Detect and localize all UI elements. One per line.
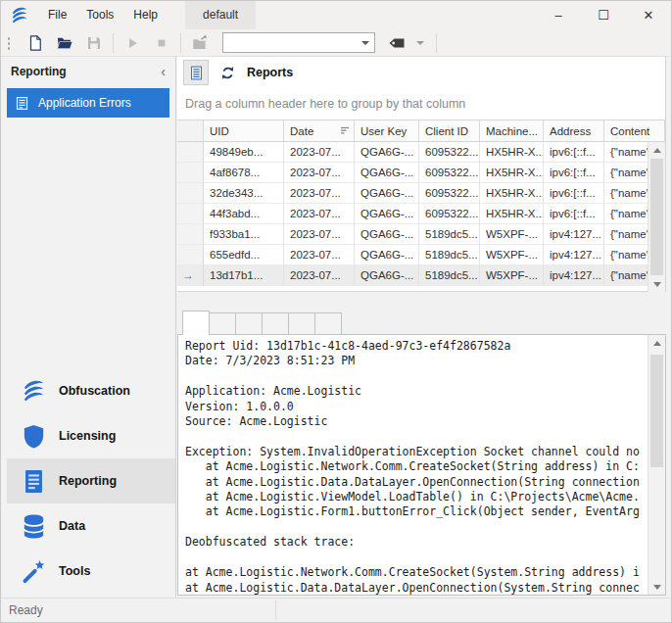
table-row[interactable]: → 49849eb... 2023-07... QGA6G-... 609532…	[177, 142, 665, 163]
row-indicator: →	[177, 265, 204, 286]
close-button[interactable]: ✕	[626, 1, 671, 29]
refresh-button[interactable]	[215, 60, 240, 85]
row-indicator: →	[177, 183, 204, 204]
refresh-icon	[219, 65, 236, 81]
chevron-down-icon	[361, 41, 369, 45]
nav-item-data[interactable]: Data	[1, 503, 175, 549]
tag-button[interactable]	[387, 33, 428, 53]
scroll-up-button[interactable]	[648, 142, 665, 158]
statusbar-divider	[275, 600, 276, 620]
scrollbar-thumb[interactable]	[650, 355, 663, 467]
play-icon	[123, 34, 141, 52]
app-logo-icon	[9, 5, 30, 26]
scrollbar-thumb[interactable]	[650, 159, 663, 275]
cell-client-id: 6095322...	[419, 204, 480, 224]
column-header-date[interactable]: Date	[284, 120, 355, 142]
nav-label: Reporting	[59, 474, 117, 488]
cell-user-key: QGA6G-...	[355, 142, 419, 163]
group-by-bar[interactable]: Drag a column header here to group by th…	[177, 88, 665, 120]
column-header-client-id[interactable]: Client ID	[419, 120, 480, 142]
detail-tab[interactable]	[182, 311, 210, 335]
cell-client-id: 5189dc5...	[419, 245, 480, 265]
reports-panel: Reports Drag a column header here to gro…	[177, 57, 666, 292]
shield-icon	[20, 422, 48, 451]
detail-tab[interactable]	[236, 312, 263, 335]
column-header-uid[interactable]: UID	[204, 120, 284, 142]
cell-user-key: QGA6G-...	[355, 163, 419, 183]
detail-tab[interactable]	[263, 312, 289, 335]
minimize-button[interactable]: –	[536, 1, 581, 29]
cell-machine: W5XPF-...	[480, 224, 544, 245]
details-vertical-scrollbar[interactable]	[648, 335, 665, 595]
table-row[interactable]: → 4af8678... 2023-07... QGA6G-... 609532…	[177, 163, 665, 183]
new-document-icon	[26, 34, 44, 52]
cell-date: 2023-07...	[284, 183, 355, 204]
stop-button[interactable]	[147, 31, 176, 55]
save-button[interactable]	[79, 31, 109, 55]
reports-view-toggle-button[interactable]	[183, 60, 209, 85]
new-project-button[interactable]	[21, 31, 50, 55]
menu-help[interactable]: Help	[123, 1, 168, 29]
column-header-label: Date	[290, 120, 313, 142]
sidebar-item-label: Application Errors	[38, 96, 131, 110]
configuration-combobox[interactable]	[222, 32, 375, 53]
document-tab-default[interactable]: default	[185, 1, 256, 29]
run-button[interactable]	[118, 31, 147, 55]
collapse-panel-button[interactable]: ‹	[161, 64, 166, 79]
detail-tab[interactable]	[315, 312, 342, 335]
cell-uid: f933ba1...	[204, 224, 284, 245]
row-indicator: →	[177, 224, 204, 245]
cell-user-key: QGA6G-...	[355, 204, 419, 224]
nav-item-tools[interactable]: Tools	[1, 549, 175, 594]
column-header-machine[interactable]: Machine...	[480, 120, 544, 142]
scroll-down-button[interactable]	[648, 579, 665, 595]
column-header-content[interactable]: Content	[604, 120, 665, 142]
cell-uid: 655edfd...	[204, 245, 284, 265]
table-row[interactable]: → f933ba1... 2023-07... QGA6G-... 5189dc…	[177, 224, 665, 245]
sidebar-item-application-errors[interactable]: Application Errors	[7, 88, 169, 118]
reporting-document-icon	[20, 467, 48, 496]
report-details-text: Report Uid: 13d17b1c-41c8-4aed-97c3-ef4f…	[178, 335, 648, 595]
grid-vertical-scrollbar[interactable]	[648, 142, 665, 292]
title-bar: File Tools Help default – ☐ ✕	[1, 1, 671, 29]
open-project-button[interactable]	[50, 31, 79, 55]
table-row[interactable]: → 44f3abd... 2023-07... QGA6G-... 609532…	[177, 204, 665, 224]
tag-dropdown-button[interactable]	[412, 41, 428, 45]
detail-tab[interactable]	[210, 312, 236, 335]
cell-date: 2023-07...	[284, 224, 355, 245]
nav-item-obfuscation[interactable]: Obfuscation	[1, 368, 175, 413]
scroll-up-button[interactable]	[648, 335, 665, 351]
stop-icon	[153, 34, 170, 52]
maximize-button[interactable]: ☐	[581, 1, 626, 29]
nav-item-reporting[interactable]: Reporting	[7, 458, 175, 503]
cell-date: 2023-07...	[284, 142, 355, 163]
status-text: Ready	[1, 603, 43, 617]
cell-address: ipv4:127...	[544, 224, 604, 245]
row-indicator-header	[177, 120, 204, 142]
toolbar-separator	[113, 33, 114, 53]
column-header-user-key[interactable]: User Key	[355, 120, 419, 142]
cell-user-key: QGA6G-...	[355, 183, 419, 204]
table-row[interactable]: → 32de343... 2023-07... QGA6G-... 609532…	[177, 183, 665, 204]
table-row[interactable]: → 655edfd... 2023-07... QGA6G-... 5189dc…	[177, 245, 665, 265]
table-row[interactable]: → 13d17b1... 2023-07... QGA6G-... 5189dc…	[177, 265, 665, 286]
report-list-icon	[188, 65, 205, 81]
export-folder-icon	[191, 34, 209, 52]
detail-tab[interactable]	[289, 312, 315, 335]
export-button[interactable]	[185, 31, 215, 55]
column-header-address[interactable]: Address	[544, 120, 604, 142]
cell-user-key: QGA6G-...	[355, 265, 419, 286]
toolbar-separator	[180, 33, 181, 53]
magic-wand-icon	[20, 557, 48, 586]
combobox-dropdown-button[interactable]	[357, 33, 374, 52]
nav-item-licensing[interactable]: Licensing	[1, 413, 175, 458]
tag-icon	[387, 33, 407, 53]
scroll-down-button[interactable]	[648, 276, 665, 292]
cell-client-id: 5189dc5...	[419, 265, 480, 286]
status-bar: Ready	[1, 598, 671, 622]
menu-file[interactable]: File	[38, 1, 76, 29]
menu-tools[interactable]: Tools	[76, 1, 123, 29]
nav-label: Data	[59, 519, 85, 533]
cell-address: ipv6:[::f...	[544, 204, 604, 224]
toolbar-grip[interactable]	[7, 36, 11, 50]
